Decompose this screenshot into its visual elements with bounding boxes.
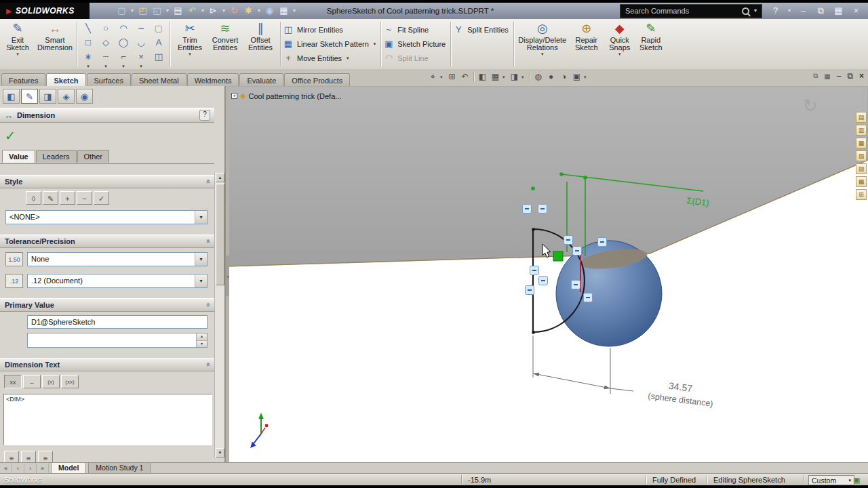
- close-button[interactable]: ×: [850, 4, 863, 18]
- tab-features[interactable]: Features: [1, 73, 45, 87]
- restore-button[interactable]: ⧉: [814, 4, 827, 18]
- section-view-button[interactable]: ◧: [477, 70, 488, 83]
- tab-scroll-next-button[interactable]: ›: [24, 464, 37, 473]
- style-save-button[interactable]: ✓: [94, 191, 109, 205]
- previous-view-button[interactable]: ↶: [459, 70, 471, 83]
- chevron-down-icon[interactable]: ▾: [195, 211, 207, 224]
- save-caret[interactable]: ▾: [165, 4, 170, 18]
- panel-scrollbar[interactable]: ▲ ▼: [214, 173, 224, 458]
- motion-study-tab[interactable]: Motion Study 1: [88, 462, 151, 473]
- sketch-slot-button[interactable]: ▢: [150, 21, 167, 35]
- rapid-sketch-button[interactable]: ✎ Rapid Sketch: [635, 19, 667, 52]
- sketch-endpoint[interactable]: [532, 228, 535, 231]
- window-grid-button[interactable]: ▦: [832, 4, 845, 18]
- print-button[interactable]: ▤: [172, 4, 184, 18]
- right-tool-2[interactable]: ▥: [856, 125, 867, 136]
- tab-weldments[interactable]: Weldments: [187, 73, 239, 87]
- new-document-caret[interactable]: ▾: [130, 4, 135, 18]
- tab-surfaces[interactable]: Surfaces: [87, 73, 131, 87]
- right-tool-5[interactable]: ▨: [856, 163, 867, 174]
- tab-sketch[interactable]: Sketch: [46, 73, 85, 87]
- tab-value[interactable]: Value: [2, 150, 35, 163]
- mirror-entities-button[interactable]: ◫ Mirror Entities: [283, 24, 378, 35]
- tab-scroll-prev-button[interactable]: ‹: [12, 464, 24, 473]
- style-apply-default-button[interactable]: ◊: [26, 191, 41, 205]
- selected-point-handle[interactable]: [553, 251, 563, 261]
- configuration-manager-tab[interactable]: ◨: [39, 89, 56, 104]
- style-add-button[interactable]: ✎: [43, 191, 58, 205]
- display-manager-tab[interactable]: ◉: [76, 89, 93, 104]
- feature-tree-flyout[interactable]: + ◆ Cool patterning trick (Defa...: [231, 92, 341, 100]
- style-section-header[interactable]: Style »: [0, 175, 214, 188]
- open-document-button[interactable]: ◰: [136, 4, 149, 18]
- chevron-down-icon[interactable]: ▾: [502, 75, 507, 80]
- sketch-point-button[interactable]: ∗: [79, 49, 97, 64]
- sketch-rectangle-button[interactable]: □: [79, 35, 97, 49]
- convert-entities-button[interactable]: ≋ Convert Entities: [208, 19, 243, 52]
- chevron-down-icon[interactable]: ▾: [584, 75, 589, 80]
- doc-pane2-button[interactable]: ▦: [824, 73, 830, 80]
- new-document-button[interactable]: ▢: [115, 4, 128, 18]
- style-update-button[interactable]: +: [60, 191, 75, 205]
- split-entities-button[interactable]: Y Split Entities: [453, 24, 511, 35]
- save-button[interactable]: ◱: [151, 4, 163, 18]
- tab-other[interactable]: Other: [77, 150, 110, 163]
- sketch-trim-quick-button[interactable]: ×: [132, 49, 150, 64]
- panel-help-button[interactable]: ?: [199, 110, 210, 121]
- doc-restore-button[interactable]: ⧉: [847, 71, 853, 81]
- chevron-down-icon[interactable]: ▾: [195, 274, 207, 287]
- spin-down-button[interactable]: ▾: [197, 341, 207, 348]
- reference-plane[interactable]: [229, 86, 868, 266]
- offset-text-button[interactable]: ↔: [23, 375, 41, 388]
- trim-entities-button[interactable]: ✂ Trim Entities ▾: [172, 19, 208, 57]
- chevron-down-icon[interactable]: ▾: [440, 75, 445, 80]
- sketch-text-button[interactable]: A: [150, 35, 167, 49]
- quick-snaps-button[interactable]: ◆ Quick Snaps ▾: [604, 19, 635, 57]
- scroll-down-button[interactable]: ▼: [216, 448, 224, 458]
- fit-spline-button[interactable]: ~ Fit Spline: [383, 24, 448, 35]
- help-button[interactable]: ?: [769, 4, 782, 18]
- dimension-value-text[interactable]: 34.57: [668, 380, 693, 394]
- chevron-down-icon[interactable]: ▾: [195, 253, 207, 266]
- view-settings-button[interactable]: ▣: [571, 70, 583, 83]
- scrollbar-thumb[interactable]: [216, 184, 224, 285]
- tab-office-products[interactable]: Office Products: [284, 73, 350, 87]
- tab-scroll-first-button[interactable]: «: [0, 464, 12, 473]
- linear-sketch-pattern-button[interactable]: ▦ Linear Sketch Pattern ▾: [283, 38, 378, 49]
- search-input[interactable]: [624, 6, 738, 16]
- model-tab[interactable]: Model: [51, 462, 86, 473]
- ok-button[interactable]: ✓: [5, 128, 16, 144]
- dimension-note-text[interactable]: (sphere distance): [648, 391, 714, 409]
- precision-dropdown[interactable]: .12 (Document) ▾: [27, 274, 208, 288]
- sketch-ellipse-button[interactable]: ◯: [115, 35, 132, 49]
- sketch-fillet-button[interactable]: ⌐: [115, 49, 132, 64]
- minimize-button[interactable]: –: [797, 4, 810, 18]
- move-entities-button[interactable]: + Move Entities ▾: [283, 52, 378, 64]
- graphics-viewport[interactable]: + ◆ Cool patterning trick (Defa... ▤ ▥ ▦…: [229, 86, 868, 462]
- split-line-button[interactable]: ◠ Split Line: [383, 52, 448, 64]
- property-manager-tab[interactable]: ✎: [21, 89, 38, 104]
- dimxpert-manager-tab[interactable]: ◈: [58, 89, 75, 104]
- view-orientation-button[interactable]: ▦: [490, 70, 501, 83]
- exit-sketch-button[interactable]: ✎ Exit Sketch ▾: [0, 19, 35, 57]
- center-text-button[interactable]: xx: [4, 375, 22, 388]
- style-dropdown[interactable]: <NONE> ▾: [5, 210, 208, 224]
- scroll-up-button[interactable]: ▲: [216, 173, 224, 182]
- tab-evaluate[interactable]: Evaluate: [239, 73, 283, 87]
- style-delete-button[interactable]: −: [77, 191, 92, 205]
- smart-dimension-button[interactable]: ↔ Smart Dimension: [35, 19, 75, 52]
- dimension-text-section-header[interactable]: Dimension Text »: [0, 358, 214, 371]
- doc-minimize-button[interactable]: –: [837, 71, 842, 81]
- display-style-button[interactable]: ◨: [509, 70, 520, 83]
- offset-entities-button[interactable]: ∥ Offset Entities: [243, 19, 278, 52]
- sketch-parabola-button[interactable]: ◡: [132, 35, 150, 49]
- sketch-circle-button[interactable]: ○: [97, 21, 115, 35]
- apply-scene-button[interactable]: ◑: [558, 70, 570, 83]
- sketch-mirror-quick-button[interactable]: ◫: [150, 49, 167, 64]
- tolerance-section-header[interactable]: Tolerance/Precision »: [0, 235, 214, 248]
- paren-all-button[interactable]: (xx): [61, 375, 79, 388]
- tolerance-dropdown[interactable]: None ▾: [27, 252, 208, 266]
- doc-close-button[interactable]: ×: [859, 71, 864, 81]
- right-tool-4[interactable]: ▧: [856, 150, 867, 161]
- right-tool-1[interactable]: ▤: [856, 112, 867, 123]
